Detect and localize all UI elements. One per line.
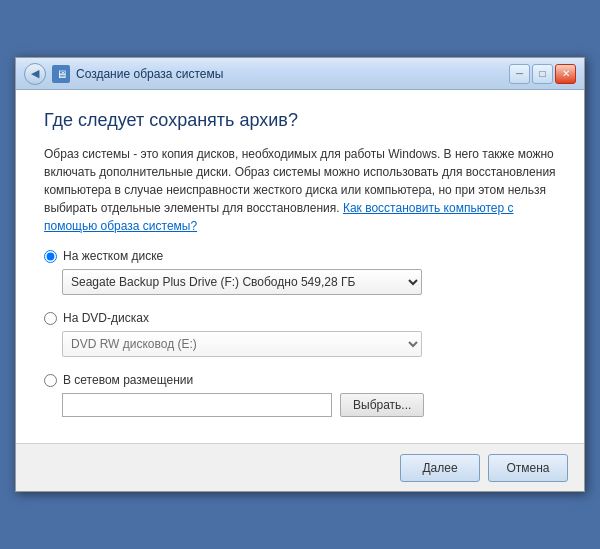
window-title: Создание образа системы bbox=[76, 67, 223, 81]
network-radio-label[interactable]: В сетевом размещении bbox=[44, 373, 556, 387]
main-window: ◀ 🖥 Создание образа системы ─ □ ✕ Где сл… bbox=[15, 57, 585, 492]
title-bar-left: ◀ 🖥 Создание образа системы bbox=[24, 63, 223, 85]
dvd-dropdown-container: DVD RW дисковод (E:) bbox=[62, 331, 556, 357]
desc-line4: выбирать отдельные элементы для восстано… bbox=[44, 201, 340, 215]
network-path-input[interactable] bbox=[62, 393, 332, 417]
hdd-label: На жестком диске bbox=[63, 249, 163, 263]
maximize-button[interactable]: □ bbox=[532, 64, 553, 84]
minimize-button[interactable]: ─ bbox=[509, 64, 530, 84]
desc-line3: компьютера в случае неисправности жестко… bbox=[44, 183, 546, 197]
hdd-section: На жестком диске Seagate Backup Plus Dri… bbox=[44, 249, 556, 295]
hdd-radio-label[interactable]: На жестком диске bbox=[44, 249, 556, 263]
window-controls: ─ □ ✕ bbox=[509, 64, 576, 84]
description-text: Образ системы - это копия дисков, необхо… bbox=[44, 145, 556, 235]
footer: Далее Отмена bbox=[16, 443, 584, 491]
network-input-row: Выбрать... bbox=[62, 393, 556, 417]
hdd-dropdown[interactable]: Seagate Backup Plus Drive (F:) Свободно … bbox=[62, 269, 422, 295]
hdd-radio[interactable] bbox=[44, 250, 57, 263]
title-bar: ◀ 🖥 Создание образа системы ─ □ ✕ bbox=[16, 58, 584, 90]
dvd-radio-label[interactable]: На DVD-дисках bbox=[44, 311, 556, 325]
desc-line1: Образ системы - это копия дисков, необхо… bbox=[44, 147, 554, 161]
app-icon: 🖥 bbox=[52, 65, 70, 83]
dvd-section: На DVD-дисках DVD RW дисковод (E:) bbox=[44, 311, 556, 357]
close-button[interactable]: ✕ bbox=[555, 64, 576, 84]
desc-line2: включать дополнительные диски. Образ сис… bbox=[44, 165, 556, 179]
dvd-label: На DVD-дисках bbox=[63, 311, 149, 325]
network-section: В сетевом размещении Выбрать... bbox=[44, 373, 556, 417]
browse-button[interactable]: Выбрать... bbox=[340, 393, 424, 417]
network-label: В сетевом размещении bbox=[63, 373, 193, 387]
cancel-button[interactable]: Отмена bbox=[488, 454, 568, 482]
dvd-radio[interactable] bbox=[44, 312, 57, 325]
content-area: Где следует сохранять архив? Образ систе… bbox=[16, 90, 584, 443]
page-title: Где следует сохранять архив? bbox=[44, 110, 556, 131]
network-radio[interactable] bbox=[44, 374, 57, 387]
dvd-dropdown[interactable]: DVD RW дисковод (E:) bbox=[62, 331, 422, 357]
hdd-dropdown-container: Seagate Backup Plus Drive (F:) Свободно … bbox=[62, 269, 556, 295]
back-button[interactable]: ◀ bbox=[24, 63, 46, 85]
next-button[interactable]: Далее bbox=[400, 454, 480, 482]
